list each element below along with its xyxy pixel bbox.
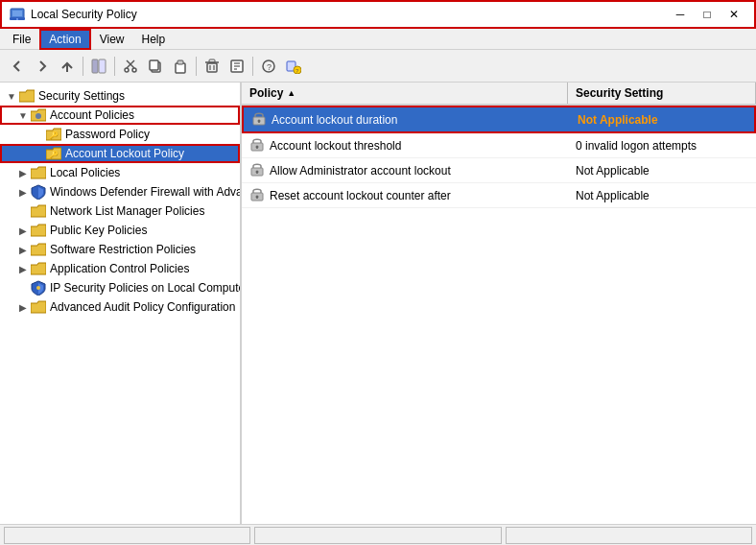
list-row-lockout-duration[interactable]: Account lockout duration Not Applicable (242, 106, 756, 133)
policy-icon-3 (249, 161, 265, 179)
tree-label-software-restriction: Software Restriction Policies (50, 243, 196, 256)
mmc-help-button[interactable]: ? (282, 55, 305, 78)
tree-item-security-settings[interactable]: ▼ Security Settings (0, 86, 240, 106)
delete-button[interactable] (201, 55, 224, 78)
folder-icon-application-control (31, 261, 46, 276)
status-bar (0, 524, 756, 545)
folder-icon-password-policy: 🔑 (46, 127, 61, 142)
expand-application-control[interactable]: ▶ (15, 261, 31, 276)
col-header-setting-label: Security Setting (576, 86, 663, 100)
tree-item-application-control[interactable]: ▶ Application Control Policies (0, 259, 240, 278)
tree-item-windows-defender[interactable]: ▶ Windows Defender Firewall with Adva... (0, 182, 240, 201)
tree-item-password-policy[interactable]: ▶ 🔑 Password Policy (0, 125, 240, 144)
shield-icon-ip-security (31, 280, 46, 296)
policy-icon-1 (251, 110, 267, 129)
svg-point-10 (132, 68, 136, 72)
paste-button[interactable] (169, 55, 192, 78)
svg-point-9 (125, 68, 129, 72)
tree-label-public-key: Public Key Policies (50, 224, 147, 237)
expand-software-restriction[interactable]: ▶ (15, 242, 31, 257)
status-pane-3 (506, 527, 752, 544)
tree-item-ip-security[interactable]: ▶ IP Security Policies on Local Compute.… (0, 278, 240, 297)
separator-2 (114, 57, 115, 76)
title-bar-controls: ─ □ ✕ (668, 5, 746, 24)
separator-1 (83, 57, 83, 76)
tree-item-local-policies[interactable]: ▶ Local Policies (0, 163, 240, 182)
separator-3 (196, 57, 197, 76)
cell-setting-allow-admin-lockout: Not Applicable (568, 161, 756, 180)
svg-rect-15 (207, 63, 217, 72)
back-button[interactable] (6, 55, 29, 78)
list-row-allow-admin-lockout[interactable]: Allow Administrator account lockout Not … (242, 158, 756, 183)
menu-file[interactable]: File (4, 30, 39, 49)
col-header-setting[interactable]: Security Setting (568, 83, 756, 104)
svg-rect-17 (209, 59, 215, 62)
svg-point-3 (16, 18, 18, 20)
expand-local-policies[interactable]: ▶ (15, 165, 31, 180)
toolbar: ? ? (0, 50, 756, 83)
cut-button[interactable] (119, 55, 142, 78)
list-row-lockout-threshold[interactable]: Account lockout threshold 0 invalid logo… (242, 133, 756, 158)
col-header-policy[interactable]: Policy ▲ (242, 83, 568, 104)
menu-bar: File Action View Help (0, 29, 756, 50)
col-header-policy-label: Policy (249, 86, 283, 100)
tree-item-network-list[interactable]: ▶ Network List Manager Policies (0, 201, 240, 221)
policy-name-3: Allow Administrator account lockout (270, 164, 451, 178)
tree-label-network-list: Network List Manager Policies (50, 204, 204, 218)
cell-policy-lockout-duration: Account lockout duration (244, 107, 570, 131)
title-bar: Local Security Policy ─ □ ✕ (0, 0, 756, 29)
tree-label-windows-defender: Windows Defender Firewall with Adva... (50, 185, 242, 199)
shield-icon-windows-defender (31, 184, 46, 200)
svg-rect-14 (177, 60, 183, 64)
forward-button[interactable] (31, 55, 54, 78)
setting-value-2: 0 invalid logon attempts (576, 139, 697, 153)
folder-icon-security (19, 88, 35, 104)
close-button[interactable]: ✕ (721, 5, 746, 24)
folder-icon-network-list (31, 203, 46, 219)
tree-item-public-key[interactable]: ▶ Public Key Policies (0, 221, 240, 240)
policy-name-1: Account lockout duration (272, 113, 397, 127)
tree-item-advanced-audit[interactable]: ▶ Advanced Audit Policy Configuration (0, 297, 240, 317)
expand-advanced-audit[interactable]: ▶ (15, 299, 31, 315)
menu-help[interactable]: Help (133, 30, 175, 49)
tree-label-advanced-audit: Advanced Audit Policy Configuration (50, 300, 235, 314)
up-button[interactable] (56, 55, 79, 78)
cell-setting-lockout-duration: Not Applicable (570, 110, 754, 130)
maximize-button[interactable]: □ (695, 5, 720, 24)
tree-item-account-policies[interactable]: ▼ Account Policies (0, 106, 240, 125)
setting-value-3: Not Applicable (576, 164, 650, 178)
policy-name-2: Account lockout threshold (270, 139, 401, 153)
menu-action[interactable]: Action (39, 29, 90, 50)
svg-rect-6 (99, 59, 106, 73)
tree-item-account-lockout-policy[interactable]: ▶ 🔑 Account Lockout Policy (0, 144, 240, 163)
cell-policy-lockout-threshold: Account lockout threshold (242, 133, 568, 157)
svg-point-32 (36, 286, 40, 290)
list-body: Account lockout duration Not Applicable (242, 106, 756, 524)
copy-button[interactable] (144, 55, 167, 78)
expand-security-settings[interactable]: ▼ (4, 88, 19, 104)
folder-icon-local-policies (31, 165, 46, 180)
title-bar-title: Local Security Policy (31, 8, 137, 21)
list-row-reset-lockout[interactable]: Reset account lockout counter after Not … (242, 183, 756, 208)
expand-windows-defender[interactable]: ▶ (15, 184, 31, 200)
expand-account-policies[interactable]: ▼ (15, 107, 31, 123)
folder-icon-account-lockout-policy: 🔑 (46, 146, 61, 161)
menu-view[interactable]: View (91, 30, 133, 49)
svg-text:?: ? (267, 62, 272, 72)
help-button[interactable]: ? (257, 55, 280, 78)
tree-label-ip-security: IP Security Policies on Local Compute... (50, 281, 242, 295)
svg-text:🔑: 🔑 (49, 150, 59, 159)
setting-value-1: Not Applicable (578, 113, 658, 127)
tree-label-account-policies: Account Policies (50, 108, 134, 122)
tree-panel: ▼ Security Settings ▼ Account Policies ▶ (0, 83, 242, 524)
folder-icon-account-policies (31, 107, 46, 123)
tree-item-software-restriction[interactable]: ▶ Software Restriction Policies (0, 240, 240, 259)
right-panel: Policy ▲ Security Setting (242, 83, 756, 524)
cell-policy-reset-lockout: Reset account lockout counter after (242, 183, 568, 207)
cell-setting-lockout-threshold: 0 invalid logon attempts (568, 136, 756, 155)
expand-public-key[interactable]: ▶ (15, 223, 31, 238)
properties-button[interactable] (225, 55, 248, 78)
tree-label-application-control: Application Control Policies (50, 262, 189, 275)
show-hide-button[interactable] (87, 55, 110, 78)
minimize-button[interactable]: ─ (668, 5, 693, 24)
